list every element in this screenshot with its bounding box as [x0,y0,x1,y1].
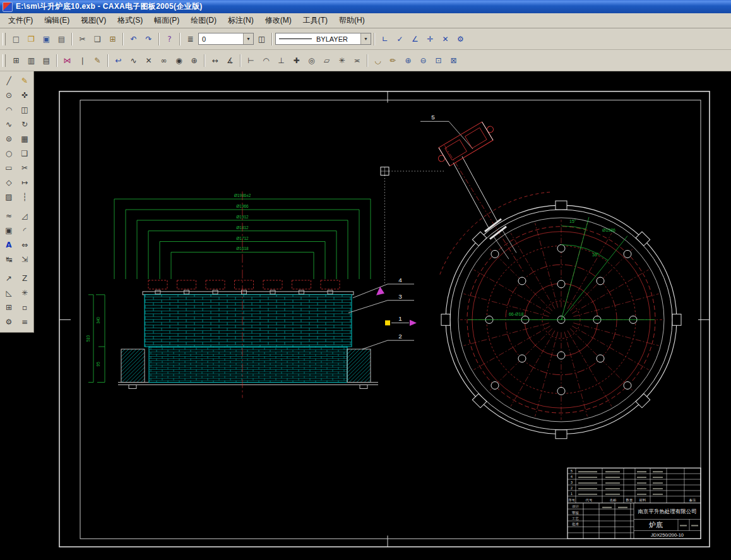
polygon-tool-icon[interactable]: ◇ [1,175,16,189]
mirror-tool-icon[interactable]: ◫ [17,102,32,117]
insert-tool-icon[interactable]: ▫ [17,300,32,314]
lineweight-icon[interactable]: ✕ [438,32,453,46]
spline-tool-icon[interactable]: ∿ [1,117,16,131]
pick-cursor[interactable] [381,167,446,284]
array-tool-icon[interactable]: ▦ [17,131,32,146]
open-file-icon[interactable]: ❐ [24,32,39,46]
scale-tool-icon[interactable]: ⇲ [17,252,32,266]
list-tool-icon[interactable]: ≡ [17,314,32,329]
cad-drawing[interactable]: Ø1986±2 Ø1966 Ø1912 Ø1812 Ø1712 Ø1618 [34,71,731,560]
hatch-tool-icon[interactable]: ▨ [1,189,16,204]
node-icon[interactable]: ◉ [172,54,186,68]
menu-file[interactable]: 文件(F) [3,13,39,28]
parallel-icon[interactable]: ▱ [319,54,334,68]
osnap-icon[interactable]: ⊕ [187,54,201,68]
arc-tool-icon[interactable]: ◠ [1,102,16,117]
rectangle-tool-icon[interactable]: ▭ [1,160,16,175]
revert-icon[interactable]: ↩ [111,54,126,68]
zoom-out-icon[interactable]: ⊖ [416,54,431,68]
dropdown-arrow-icon[interactable]: ▼ [360,33,371,44]
join-icon[interactable]: ⋈ [60,54,74,68]
trim-edge-icon[interactable]: ⊢ [244,54,258,68]
cut-icon[interactable]: ✂ [75,32,90,46]
layer-combo[interactable]: 0▼ [198,33,254,45]
redraw-icon[interactable]: ◡ [371,54,385,68]
fillet-corner-tool-icon[interactable]: ◜ [17,223,32,237]
link-icon[interactable]: ∞ [157,54,171,68]
dropdown-arrow-icon[interactable]: ▼ [243,33,253,44]
print-icon[interactable]: ▤ [54,32,69,46]
toolbar-grip[interactable] [3,54,6,67]
library-tool-icon[interactable]: ⊞ [1,300,16,314]
measure-angle-icon[interactable]: ∡ [223,54,237,68]
perpendicular-icon[interactable]: ⊥ [274,54,288,68]
fillet-icon[interactable]: ◠ [259,54,273,68]
zoom-in-icon[interactable]: ⊕ [401,54,415,68]
datum-tool-icon[interactable]: ◺ [1,285,16,300]
cross-mark-icon[interactable]: ✚ [289,54,304,68]
layer-settings-icon[interactable]: ◫ [254,32,269,46]
zoom-window-icon[interactable]: ⊡ [431,54,446,68]
symbol-tool-icon[interactable]: ✳ [17,285,32,300]
layer-manager-icon[interactable]: ≣ [183,32,198,46]
measure-distance-icon[interactable]: ↔ [208,54,222,68]
drawing-canvas[interactable]: Ø1986±2 Ø1966 Ø1912 Ø1812 Ø1712 Ø1618 [34,71,731,560]
save-icon[interactable]: ▣ [39,32,54,46]
zigzag-tool-icon[interactable]: Z [17,271,32,285]
pen-edit-icon[interactable]: ✏ [386,54,400,68]
ortho-mode-icon[interactable]: ∟ [377,32,392,46]
align-icon[interactable]: ≍ [350,54,364,68]
zoom-all-icon[interactable]: ⊠ [446,54,461,68]
menu-modify[interactable]: 修改(M) [259,13,297,28]
leader-tool-icon[interactable]: ↗ [1,271,16,285]
circle-tool-icon[interactable]: ○ [1,146,16,160]
menu-tools[interactable]: 工具(T) [297,13,333,28]
break-tool-icon[interactable]: ┆ [17,189,32,204]
undo-icon[interactable]: ↶ [126,32,141,46]
divide-icon[interactable]: ∣ [75,54,90,68]
polar-track-icon[interactable]: ∠ [408,32,422,46]
menu-format[interactable]: 格式(S) [112,13,148,28]
polyline-tool-icon[interactable]: ≈ [1,208,16,223]
menu-edit[interactable]: 编辑(E) [39,13,75,28]
title-bar[interactable]: E:\sm\斗升炉底10.exb - CAXA电子图板2005(企业版) [0,0,731,13]
menu-view[interactable]: 视图(V) [75,13,112,28]
line-tool-icon[interactable]: ╱ [1,73,16,88]
dyn-input-icon[interactable]: ✛ [423,32,437,46]
point-tool-icon[interactable]: ⊙ [1,88,16,102]
ellipse-tool-icon[interactable]: ⊜ [1,131,16,146]
help-icon[interactable]: ? [162,32,177,46]
menu-sheet[interactable]: 幅面(P) [148,13,185,28]
stretch-tool-icon[interactable]: ⇔ [17,237,32,252]
curve-icon[interactable]: ∿ [126,54,141,68]
menu-annotate[interactable]: 标注(N) [222,13,259,28]
edit-text-icon[interactable]: ✎ [90,54,105,68]
settings-tool-icon[interactable]: ⚙ [1,314,16,329]
titleblock-icon[interactable]: ▥ [24,54,39,68]
paste-icon[interactable]: ⊞ [105,32,120,46]
selection-handle[interactable] [385,320,390,325]
options-gear-icon[interactable]: ⚙ [453,32,468,46]
menu-draw[interactable]: 绘图(D) [185,13,222,28]
intersect-icon[interactable]: ✕ [141,54,156,68]
menu-help[interactable]: 帮助(H) [333,13,371,28]
copy-icon[interactable]: ❑ [90,32,105,46]
block-tool-icon[interactable]: ▣ [1,223,16,237]
explode-icon[interactable]: ✳ [335,54,349,68]
bom-table-icon[interactable]: ▤ [39,54,54,68]
extend-tool-icon[interactable]: ↦ [17,175,32,189]
new-file-icon[interactable]: □ [9,32,23,46]
chamfer-tool-icon[interactable]: ◿ [17,208,32,223]
copy-tool-icon[interactable]: ❑ [17,146,32,160]
linestyle-combo[interactable]: BYLAYER▼ [275,33,371,45]
center-mark-icon[interactable]: ◎ [304,54,319,68]
redo-icon[interactable]: ↷ [141,32,156,46]
rotate-tool-icon[interactable]: ↻ [17,117,32,131]
sketch-tool-icon[interactable]: ✎ [17,73,32,88]
trim-tool-icon[interactable]: ✂ [17,160,32,175]
move-tool-icon[interactable]: ✜ [17,88,32,102]
text-tool-icon[interactable]: A [1,237,16,252]
toolbar-grip[interactable] [3,33,6,45]
frame-fill-icon[interactable]: ⊞ [9,54,23,68]
snap-check-icon[interactable]: ✓ [393,32,407,46]
